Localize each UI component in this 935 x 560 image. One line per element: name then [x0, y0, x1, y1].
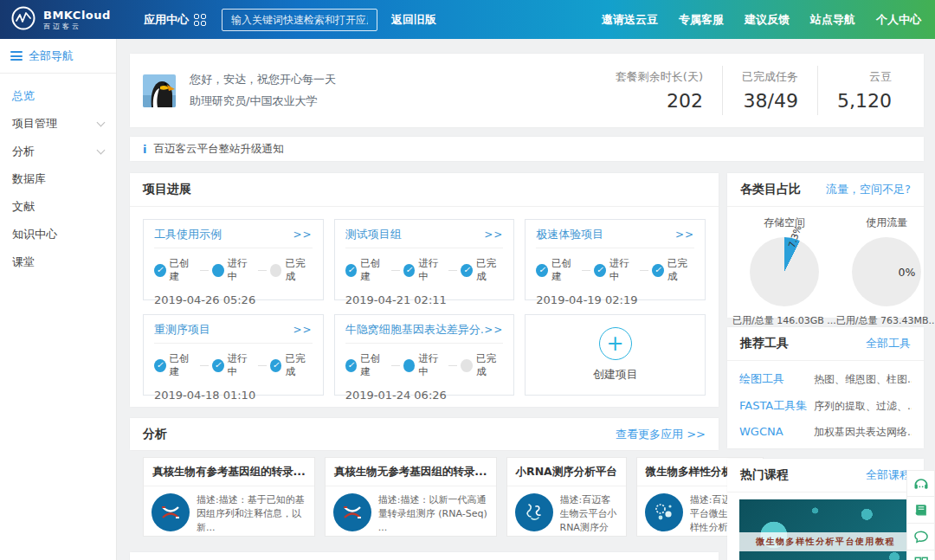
step-status-icon [345, 264, 358, 277]
announcement-bar[interactable]: i 百迈客云平台整站升级通知 [130, 137, 924, 161]
analysis-app-card[interactable]: 小RNA测序分析平台 描述:百迈客生物云平台小RNA测序分析平台由基本分... [506, 457, 627, 537]
traffic-pie-chart: 0% [852, 237, 921, 306]
tool-link-wgcna[interactable]: WGCNA [739, 425, 814, 438]
project-card: 极速体验项目 >> 已创建 进行中 已完成 2019-04-19 02:19 [525, 219, 706, 300]
usage-upgrade-link[interactable]: 流量，空间不足? [826, 182, 911, 197]
project-name-link[interactable]: 极速体验项目 [536, 227, 603, 242]
project-date: 2019-04-18 01:10 [154, 389, 313, 402]
qrcode-button[interactable] [906, 550, 935, 560]
nav-feedback[interactable]: 建议反馈 [745, 12, 790, 28]
step-status-icon [403, 359, 416, 372]
hot-courses-panel: 热门课程 全部课程 微生物多样性分析平台使用教程 [727, 459, 924, 560]
tool-row: FASTA工具集 序列的提取、过滤、... [739, 398, 912, 414]
tool-link-plotting[interactable]: 绘图工具 [739, 371, 814, 387]
headset-icon [912, 475, 930, 492]
tool-link-fasta[interactable]: FASTA工具集 [739, 398, 814, 414]
qrcode-icon [912, 555, 930, 560]
app-search-input[interactable] [222, 9, 377, 31]
project-more-link[interactable]: >> [293, 324, 313, 336]
step-status-icon [652, 264, 664, 277]
analysis-header-bar: 分析 查看更多应用 >> [130, 418, 719, 450]
app-center-button[interactable]: 应用中心 [144, 12, 206, 28]
create-project-label: 创建项目 [593, 367, 638, 383]
step-status-icon [270, 264, 282, 277]
progress-step-finished: 已完成 [461, 352, 503, 378]
project-more-link[interactable]: >> [675, 229, 694, 241]
project-card: 测试项目组 >> 已创建 进行中 已完成 2019-04-21 02:11 [334, 219, 515, 300]
usage-panel: 各类目占比 流量，空间不足? 存储空间 7.3% 已用/总量 146.03GB … [727, 173, 924, 318]
handbook-button[interactable] [906, 497, 935, 524]
project-more-link[interactable]: >> [293, 229, 313, 241]
analysis-title: 分析 [143, 427, 167, 442]
brand-logo[interactable]: BMKCloud 百迈客云 [0, 5, 130, 34]
stat-remaining-days: 套餐剩余时长(天) 202 [596, 66, 722, 115]
sidebar-item-literature[interactable]: 文献 [0, 193, 116, 221]
more-apps-link[interactable]: 查看更多应用 >> [616, 427, 706, 442]
nav-invite-beans[interactable]: 邀请送云豆 [602, 12, 658, 28]
greeting-message: 您好，安达，祝您开心每一天 [190, 69, 336, 91]
progress-step-running: 进行中 [212, 257, 255, 283]
back-to-old-link[interactable]: 返回旧版 [391, 12, 436, 28]
brand-name: BMKCloud [43, 9, 111, 22]
account-stats: 套餐剩余时长(天) 202 已完成任务 38/49 云豆 5,120 [596, 66, 911, 115]
sidebar-item-database[interactable]: 数据库 [0, 165, 116, 193]
progress-step-finished: 已完成 [270, 352, 313, 378]
sidebar-item-analysis[interactable]: 分析 [0, 138, 116, 165]
chevron-down-icon [97, 146, 106, 155]
sidebar-item-knowledge-center[interactable]: 知识中心 [0, 221, 116, 248]
step-status-icon [536, 264, 548, 277]
step-status-icon [345, 359, 358, 372]
progress-step-finished: 已完成 [652, 257, 694, 283]
project-name-link[interactable]: 工具使用示例 [154, 227, 222, 242]
step-status-icon [594, 264, 606, 277]
progress-step-running: 进行中 [403, 257, 446, 283]
courses-title: 热门课程 [740, 467, 789, 483]
storage-caption: 已用/总量 146.03GB ... [732, 314, 836, 327]
sidebar-item-overview[interactable]: 总览 [0, 82, 116, 110]
progress-step-finished: 已完成 [461, 257, 503, 283]
step-status-icon [212, 264, 224, 277]
project-more-link[interactable]: >> [484, 229, 503, 241]
analysis-app-card[interactable]: 真核生物有参考基因组的转录... 描述:描述：基于已知的基因组序列和注释信息，以… [143, 457, 315, 537]
next-section-bar [130, 552, 719, 560]
feedback-chat-button[interactable] [906, 524, 935, 550]
stat-completed-tasks: 已完成任务 38/49 [722, 66, 817, 115]
storage-pie-chart: 7.3% [750, 237, 819, 306]
nav-customer-service[interactable]: 专属客服 [679, 12, 724, 28]
step-status-icon [461, 359, 473, 372]
nav-sitemap[interactable]: 站点导航 [810, 12, 855, 28]
project-name-link[interactable]: 重测序项目 [154, 322, 210, 338]
tool-row: 绘图工具 热图、维恩图、柱图... [739, 371, 912, 387]
nav-personal-center[interactable]: 个人中心 [876, 12, 921, 28]
user-avatar[interactable] [143, 74, 176, 107]
analysis-cards: 真核生物有参考基因组的转录... 描述:描述：基于已知的基因组序列和注释信息，以… [130, 457, 719, 537]
progress-step-running: 进行中 [403, 352, 446, 378]
user-title: 助理研究员/中国农业大学 [190, 91, 336, 113]
app-center-label: 应用中心 [144, 12, 189, 28]
sidebar-item-classroom[interactable]: 课堂 [0, 248, 116, 276]
sidebar-all-nav[interactable]: 全部导航 [0, 39, 116, 74]
project-name-link[interactable]: 牛隐窝细胞基因表达差异分... [345, 322, 484, 338]
sidebar-item-project-management[interactable]: 项目管理 [0, 110, 116, 138]
progress-step-created: 已创建 [154, 257, 197, 283]
apps-grid-icon [194, 14, 206, 26]
tool-row: WGCNA 加权基因共表达网络... [739, 425, 912, 440]
project-more-link[interactable]: >> [484, 324, 503, 336]
project-card: 牛隐窝细胞基因表达差异分... >> 已创建 进行中 已完成 2019-01-2… [334, 314, 515, 396]
step-status-icon [270, 359, 282, 372]
step-status-icon [461, 264, 473, 277]
info-icon: i [143, 143, 146, 156]
dna-icon [152, 493, 190, 531]
project-name-link[interactable]: 测试项目组 [345, 227, 402, 242]
all-tools-link[interactable]: 全部工具 [866, 336, 911, 351]
customer-service-button[interactable] [906, 470, 935, 497]
step-status-icon [403, 264, 416, 277]
analysis-app-card[interactable]: 真核生物无参考基因组的转录... 描述:描述：以新一代高通量转录组测序 (RNA… [325, 457, 497, 537]
storage-usage-chart: 存储空间 7.3% 已用/总量 146.03GB ... [732, 214, 836, 327]
all-courses-link[interactable]: 全部课程 [866, 467, 911, 483]
project-card: 工具使用示例 >> 已创建 进行中 已完成 2019-04-26 05:26 [143, 219, 324, 300]
project-date: 2019-01-24 06:26 [345, 389, 504, 402]
microbe-icon [645, 493, 683, 531]
create-project-button[interactable]: + 创建项目 [525, 314, 706, 396]
course-thumbnail[interactable]: 微生物多样性分析平台使用教程 [739, 499, 912, 560]
